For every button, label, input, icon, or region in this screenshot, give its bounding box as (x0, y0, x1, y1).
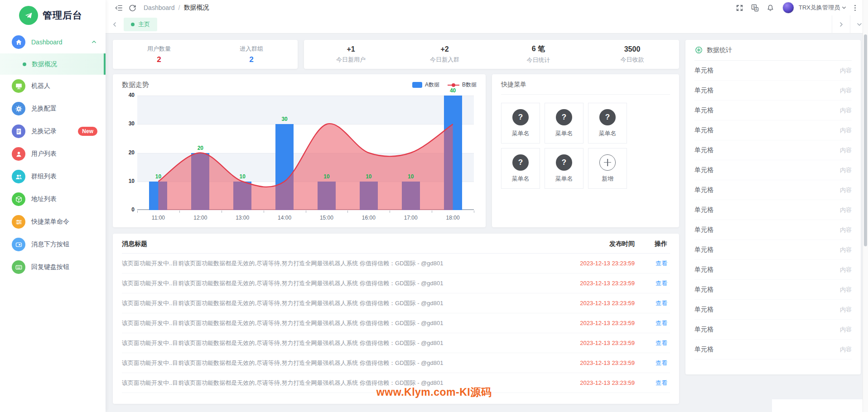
col-header-action: 操作 (635, 240, 670, 248)
view-link[interactable]: 查看 (656, 280, 667, 287)
quick-menu-item[interactable]: ? 菜单名 (501, 148, 540, 189)
quick-menu-item[interactable]: ? 菜单名 (588, 103, 627, 144)
sidebar-item[interactable]: 回复键盘按钮 (0, 256, 106, 278)
quick-menu-item[interactable]: ? 菜单名 (501, 103, 540, 144)
x-axis-tick-label: 16:00 (362, 215, 376, 221)
stat-item: 进入群组 2 (205, 40, 298, 69)
message-time: 2023-12-13 23:23:59 (549, 260, 635, 267)
quick-menu-item[interactable]: ? 菜单名 (545, 148, 583, 189)
chart-plot-area: 1020103010101040 01020304011:0012:0013:0… (122, 93, 477, 223)
chart-bar-value-label: 30 (281, 116, 287, 122)
tabs-scroll-right-icon[interactable] (832, 15, 850, 33)
sidebar-item[interactable]: 群组列表 (0, 165, 106, 188)
cell-label: 单元格 (694, 126, 714, 134)
view-link[interactable]: 查看 (656, 300, 667, 307)
sidebar-item[interactable]: 机器人 (0, 75, 106, 97)
cell-label: 单元格 (694, 246, 714, 254)
view-link[interactable]: 查看 (656, 379, 667, 386)
message-time: 2023-12-13 23:23:59 (549, 300, 635, 307)
app-logo: 管理后台 (0, 0, 106, 31)
view-link[interactable]: 查看 (656, 260, 667, 267)
chart-bar[interactable] (402, 182, 420, 210)
cell-value: 内容 (840, 306, 852, 314)
cell-value: 内容 (840, 106, 852, 115)
refresh-icon[interactable] (125, 1, 139, 14)
quick-menu-add-button[interactable]: 新增 (588, 148, 627, 189)
translate-icon[interactable]: 文A (748, 1, 762, 14)
chart-bar-value-label: 10 (323, 173, 329, 180)
cell-value: 内容 (840, 126, 852, 134)
collapse-sidebar-icon[interactable] (112, 1, 125, 14)
cell-value: 内容 (840, 226, 852, 234)
sidebar-item[interactable]: 地址列表 (0, 188, 106, 211)
new-badge: New (78, 127, 97, 136)
question-mark-icon: ? (512, 109, 529, 125)
stat-value: 2 (157, 55, 161, 64)
chart-bar[interactable] (275, 124, 294, 210)
view-link[interactable]: 查看 (656, 340, 667, 346)
sidebar-item-label: 群组列表 (31, 172, 57, 181)
sidebar-item[interactable]: 兑换记录 New (0, 120, 106, 143)
sidebar-item-label: 地址列表 (31, 195, 57, 203)
list-item: 单元格 内容 (694, 220, 852, 240)
sidebar-item-overview[interactable]: 数据概况 (0, 53, 106, 75)
legend-series-a[interactable]: A数据 (412, 81, 439, 89)
chart-bar[interactable] (191, 153, 209, 211)
chevron-down-icon (842, 5, 846, 10)
app-title: 管理后台 (43, 9, 82, 22)
view-link[interactable]: 查看 (656, 320, 667, 326)
breadcrumb-root[interactable]: Dashboard (144, 4, 175, 11)
fullscreen-icon[interactable] (733, 1, 746, 14)
user-menu[interactable]: TRX兑换管理员 (799, 4, 846, 12)
chart-bar[interactable] (149, 182, 167, 210)
sidebar-item-dashboard[interactable]: Dashboard (0, 31, 106, 53)
table-row: 该页面功能开发中..目前该页面功能数据都是无效的,尽请等待,努力打造全网最强机器… (122, 293, 670, 313)
tabs-scroll-left-icon[interactable] (106, 15, 124, 33)
list-item: 单元格 内容 (694, 280, 852, 300)
message-title: 该页面功能开发中..目前该页面功能数据都是无效的,尽请等待,努力打造全网最强机器… (122, 299, 549, 307)
user-icon (12, 147, 25, 161)
notifications-bell-icon[interactable] (763, 1, 777, 14)
active-dot-icon (23, 62, 26, 66)
y-axis-tick-label: 30 (122, 120, 135, 127)
stats-card-users: 用户数量 2 进入群组 2 (113, 40, 298, 69)
sidebar-subitem-label: 数据概况 (32, 60, 57, 68)
table-row: 该页面功能开发中..目前该页面功能数据都是无效的,尽请等待,努力打造全网最强机器… (122, 353, 670, 373)
user-avatar[interactable] (782, 2, 794, 14)
tab-home[interactable]: 主页 (124, 18, 157, 31)
cell-label: 单元格 (694, 67, 714, 75)
stat-value: 6 笔 (532, 44, 545, 54)
x-axis-tick-label: 11:00 (152, 215, 165, 221)
message-title: 该页面功能开发中..目前该页面功能数据都是无效的,尽请等待,努力打造全网最强机器… (122, 279, 549, 287)
chart-bar[interactable] (360, 182, 378, 210)
breadcrumb-separator: / (178, 4, 180, 11)
keyboard-icon (12, 260, 25, 274)
message-time: 2023-12-13 23:23:59 (549, 280, 635, 287)
sidebar-item[interactable]: 消息下方按钮 (0, 233, 106, 256)
more-options-kebab-icon[interactable] (848, 1, 862, 14)
quick-menu-item-label: 新增 (602, 175, 613, 183)
quick-menu-item-label: 菜单名 (512, 129, 530, 138)
chart-bar[interactable] (318, 182, 336, 210)
scrollbar-thumb[interactable] (864, 34, 867, 246)
legend-a-swatch-icon (412, 82, 422, 88)
document-icon (12, 125, 25, 138)
sidebar-item[interactable]: 兑换配置 (0, 97, 106, 120)
sidebar-item[interactable]: 用户列表 (0, 143, 106, 165)
stat-item: 6 笔 今日统计 (492, 40, 585, 69)
sidebar-item[interactable]: 快捷菜单命令 (0, 211, 106, 233)
cell-value: 内容 (840, 206, 852, 214)
data-statistics-title: 数据统计 (707, 46, 732, 54)
chart-bar[interactable] (233, 182, 251, 210)
list-item: 单元格 内容 (694, 300, 852, 320)
chart-bar[interactable] (444, 96, 462, 210)
stat-item: +1 今日新用户 (304, 40, 398, 69)
main-content: 用户数量 2 进入群组 2 +1 今日新用户 +2 今日新入群 6 笔 今日统计… (106, 34, 868, 412)
cell-label: 单元格 (694, 86, 714, 95)
view-link[interactable]: 查看 (656, 359, 667, 366)
quick-menu-item[interactable]: ? 菜单名 (545, 103, 583, 144)
telegram-logo-icon (19, 6, 38, 25)
page-scrollbar (863, 0, 868, 412)
quick-menu-item-label: 菜单名 (555, 129, 573, 138)
cell-value: 内容 (840, 67, 852, 75)
